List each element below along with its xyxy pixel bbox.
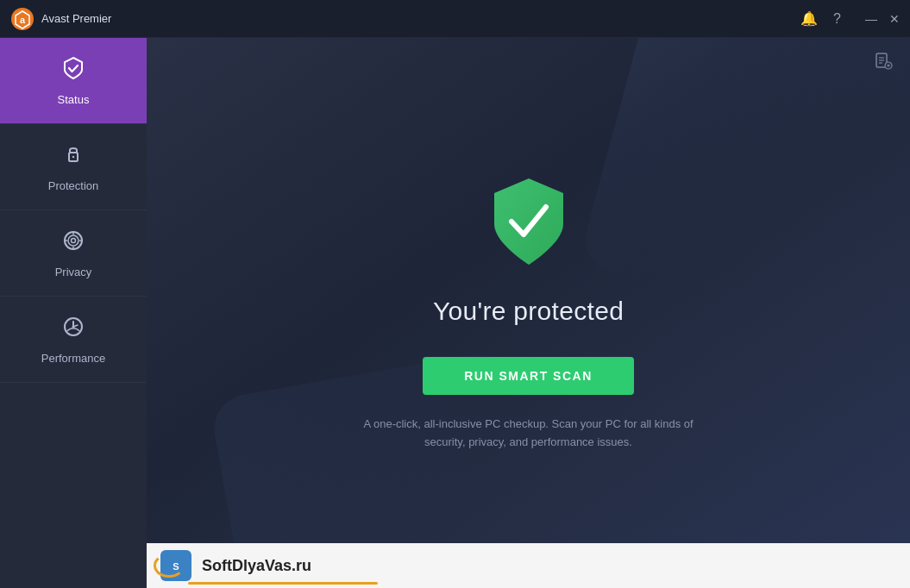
sidebar: Status Protection [0, 38, 147, 588]
app-body: Status Protection [0, 38, 910, 588]
status-title: You're protected [433, 297, 624, 326]
protection-nav-icon [62, 142, 85, 172]
app-title: Avast Premier [41, 12, 111, 25]
title-bar-controls: 🔔 ? — ✕ [800, 10, 900, 27]
sidebar-item-privacy-label: Privacy [55, 266, 92, 278]
svg-point-6 [68, 235, 78, 246]
avast-logo-icon: a [10, 7, 35, 31]
help-icon[interactable]: ? [833, 11, 841, 27]
protected-shield [486, 174, 572, 272]
privacy-nav-icon [61, 228, 85, 259]
svg-point-15 [72, 325, 75, 328]
sidebar-item-performance[interactable]: Performance [0, 297, 147, 383]
status-section: You're protected RUN SMART SCAN A one-cl… [348, 174, 710, 452]
svg-text:a: a [20, 14, 26, 24]
status-nav-icon [61, 56, 85, 86]
run-smart-scan-button[interactable]: RUN SMART SCAN [423, 357, 634, 395]
main-content: You're protected RUN SMART SCAN A one-cl… [147, 38, 910, 588]
app-logo: a Avast Premier [10, 7, 111, 31]
svg-point-4 [72, 155, 74, 157]
minimize-button[interactable]: — [865, 12, 877, 26]
sidebar-item-privacy[interactable]: Privacy [0, 210, 147, 297]
sidebar-item-status[interactable]: Status [0, 38, 147, 124]
sidebar-item-protection-label: Protection [48, 179, 99, 192]
watermark-arrow-decoration [154, 554, 185, 578]
top-right-license-icon[interactable] [874, 52, 893, 75]
sidebar-item-performance-label: Performance [41, 352, 105, 365]
watermark-underline [188, 582, 378, 585]
svg-point-7 [72, 238, 76, 242]
sidebar-item-protection[interactable]: Protection [0, 124, 147, 210]
status-description: A one-click, all-inclusive PC checkup. S… [348, 416, 710, 452]
notification-icon[interactable]: 🔔 [800, 10, 818, 27]
window-controls: — ✕ [865, 12, 900, 26]
performance-nav-icon [61, 315, 85, 345]
close-button[interactable]: ✕ [889, 12, 900, 26]
title-bar: a Avast Premier 🔔 ? — ✕ [0, 0, 910, 38]
watermark-banner: S SoftDlyaVas.ru [147, 543, 910, 588]
watermark-text: SoftDlyaVas.ru [202, 557, 311, 575]
sidebar-item-status-label: Status [58, 93, 90, 106]
